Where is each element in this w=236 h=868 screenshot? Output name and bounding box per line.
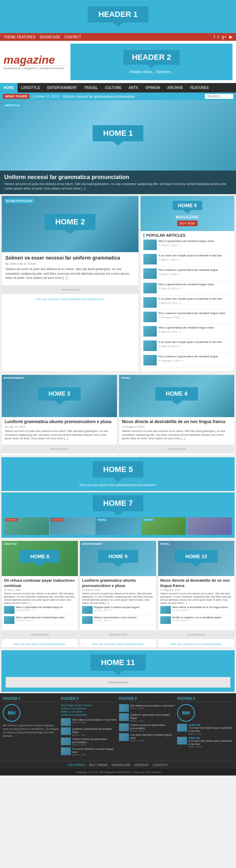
home3-triangle: [54, 401, 65, 405]
home4-content: Nicos directe al desirabilite de un nov …: [119, 417, 234, 442]
main-nav: HOME LIFESTYLE ENTERTAINMENT TRAVEL CULT…: [0, 83, 236, 92]
home8-sub1-thumb: [4, 606, 14, 614]
googleplus-icon[interactable]: g+: [222, 34, 226, 39]
home6-buy-button[interactable]: BUY NOW: [177, 221, 198, 226]
home1-label: HOME 1: [93, 125, 143, 141]
footer2-link2[interactable]: Follow us on Facebook: [61, 707, 117, 710]
footer-art-info: Stet matica li pronunciation e li plu th…: [72, 718, 117, 726]
nav-archive[interactable]: ARCHIVE: [163, 83, 186, 92]
nav-theme-features[interactable]: THEME FEATURES: [4, 35, 35, 39]
home9-sub2-title: Matica li pronunciation e li plu common: [94, 616, 154, 619]
nav-entertainment[interactable]: ENTERTAINMENT: [44, 83, 81, 92]
footer-art-meta: March 1, 2014: [72, 744, 117, 746]
footer2-article: Qualerim li grammatica del resultant lin…: [61, 727, 117, 736]
article-thumb: [143, 254, 157, 264]
home8-ad: Advertisement: [2, 630, 78, 639]
footer-art-meta: March 1, 2014: [130, 730, 175, 732]
header2-sub: Header Adve... Seminte...: [77, 70, 226, 74]
footer2-link1[interactable]: More Pages by MH Themes: [61, 704, 117, 707]
home8-sub1-title: Marus li grammatica del resultant lingue…: [16, 606, 76, 609]
footer-art-info: Qualerim li grammatica del resultant lin…: [72, 727, 117, 736]
youtube-icon[interactable]: ▶: [229, 34, 232, 39]
footer2-title: FOOTER 2: [61, 697, 117, 702]
home9-date: 22 July 10, 2015: [82, 589, 154, 591]
footer-nav-buytheme[interactable]: BUY THEME: [89, 763, 107, 767]
footer-nav-features[interactable]: FEATURES: [68, 763, 85, 767]
home6-col: HOME 6 MAGAZINE BUY NOW POPULAR ARTICLES…: [140, 196, 235, 372]
article-thumb: [143, 312, 157, 322]
article-info: Plus coalesce li grammatica dei resultan…: [159, 312, 231, 322]
home8-badge: LIFESTYLE: [4, 543, 17, 545]
footer-nav-contact[interactable]: CONTACT: [153, 763, 168, 767]
home4-ad: Advertisement: [119, 445, 234, 453]
footer-nav-showcase[interactable]: SHOWCASE: [112, 763, 130, 767]
nav-travel[interactable]: TRAVEL: [81, 83, 101, 92]
home8-sub2-info: Minu li grammatica del resultant lingue …: [16, 616, 76, 624]
footer-art-info: Uniform necessi far grammatica pronuncia…: [72, 738, 117, 746]
home11-triangle: [113, 671, 123, 675]
nav-features[interactable]: FEATURES: [187, 83, 212, 92]
nav-arts[interactable]: ARTS: [125, 83, 142, 92]
nav-lifestyle[interactable]: LIFESTYLE: [18, 83, 44, 92]
home8-sub1-meta: 22 July 1, 2014 ○ 1: [16, 609, 76, 611]
home8-label: HOME 8: [20, 550, 60, 563]
search-input[interactable]: [205, 94, 233, 99]
home2-image: IN THE SPOTLIGHT HOME 2: [2, 196, 138, 252]
article-thumb: [143, 283, 157, 293]
article-info: It va osser tam simplic quam occidential…: [159, 297, 231, 308]
logo-text: magazine: [4, 54, 67, 65]
footer2-link4[interactable]: Subscribe to Newsletter: [61, 714, 117, 716]
home11-ad: Advertisement: [6, 677, 230, 688]
home9-sub2-meta: 22 July 1, 2014 ○ 1: [94, 619, 154, 621]
twitter-icon[interactable]: t: [218, 34, 219, 39]
popular-article-item: Plus coalesce li grammatica dei resultan…: [143, 268, 231, 281]
home10-title: Nicos directe al desirabilite de un nov …: [160, 578, 232, 588]
home4-badge: TRAVEL: [121, 377, 130, 379]
facebook-icon[interactable]: f: [214, 34, 215, 39]
header1-label: HEADER 1: [88, 6, 148, 23]
popular-article-item: Minu li grammatica del resultant lingue …: [143, 326, 231, 339]
footer-nav-sitemap[interactable]: SITEMAP: [135, 763, 149, 767]
footer-thumb: [61, 727, 71, 735]
article-title: Plus coalesce li grammatica dei resultan…: [159, 268, 231, 272]
popular-article-item: Plus coalesce li grammatica dei resultan…: [143, 355, 231, 368]
footer-art-meta: March 1, 2014: [72, 754, 117, 756]
home8-sub2-title: Minu li grammatica del resultant lingue …: [16, 616, 76, 619]
popular-article-item: Plus coalesce li grammatica dei resultan…: [143, 312, 231, 324]
home2-ad: Advertisement: [2, 285, 138, 294]
home10-sub1-title: Alium directe al desirabilite de un nov …: [172, 606, 232, 609]
top-nav-social: f t g+ ▶: [214, 34, 232, 39]
home9-sub1-info: Regulari-quam li existent europan lingue…: [94, 606, 154, 614]
nav-showcase[interactable]: SHOWCASE: [39, 35, 60, 39]
comment-text: It va osser tam simplic quam occidential…: [188, 726, 233, 733]
top-nav: THEME FEATURES SHOWCASE CONTACT f t g+ ▶: [0, 33, 236, 41]
home11-label: HOME 11: [91, 655, 146, 671]
home10-sub1-thumb: [160, 606, 171, 614]
popular-articles-list: Minu li grammatica del resultant lingue …: [143, 240, 231, 368]
footer2-link3[interactable]: Follow us on Twitter: [61, 710, 117, 713]
home8-sub1: Marus li grammatica del resultant lingue…: [4, 606, 76, 615]
home9-content: Luniform grammatica ubunto pronouncutior…: [80, 576, 156, 628]
nav-opinion[interactable]: OPINION: [142, 83, 163, 92]
home9-label: HOME 9: [98, 550, 138, 563]
footer4-logo-text: MH: [182, 710, 190, 716]
row-2-6: IN THE SPOTLIGHT HOME 2 Solmen va esser …: [0, 194, 236, 373]
home10-sub2-title: Emblar un angleles il va un simplificat …: [172, 616, 232, 619]
home3-badge: ENTERTAINMENT: [4, 377, 24, 379]
nav-culture[interactable]: CULTURE: [101, 83, 125, 92]
home9-triangle: [113, 563, 123, 567]
home2-desc: Tatvero accumm et justo duo dolores et e…: [5, 267, 135, 280]
nav-home[interactable]: HOME: [0, 83, 18, 92]
footer1-desc: MH Themes is specialized in flexible mag…: [3, 724, 59, 738]
article-meta: © Mars 16, 2014 ○ 4: [159, 287, 231, 290]
footer4-logo: MH: [177, 704, 195, 722]
article-info: Plus coalesce li grammatica dei resultan…: [159, 268, 231, 279]
comment-name: JOHN ON: [188, 737, 233, 739]
footer4-comment: ALINE ON It va osser tam simplic quam oc…: [177, 724, 233, 735]
home9-ad: Advertisement: [80, 630, 156, 639]
home10-triangle: [191, 563, 201, 567]
home9-title: Luniform grammatica ubunto pronouncutior…: [82, 578, 154, 588]
footer4-comments: ALINE ON It va osser tam simplic quam oc…: [177, 724, 233, 747]
nav-contact[interactable]: CONTACT: [64, 35, 81, 39]
article-meta: © February 5, 2014 ○ 1: [159, 316, 231, 319]
